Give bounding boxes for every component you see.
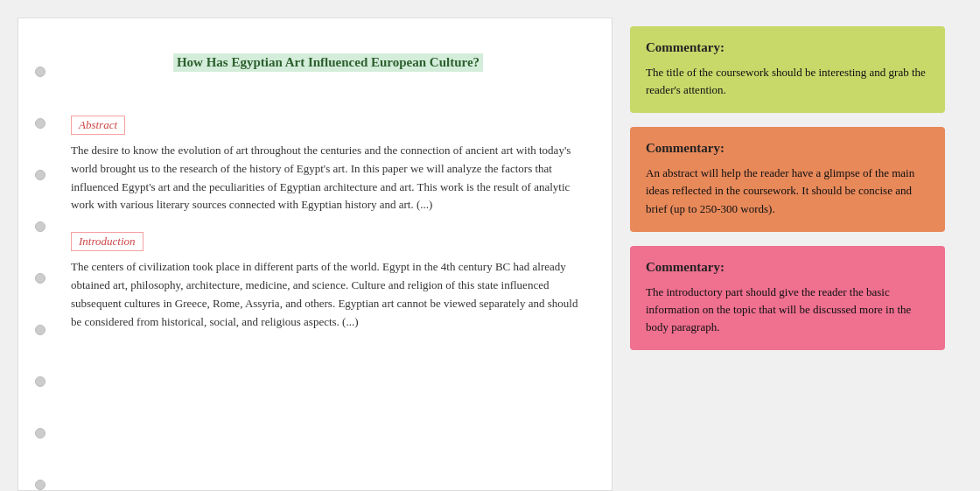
dot-8 [35, 428, 46, 438]
dot-3 [35, 170, 46, 180]
commentary-card-1: Commentary: The title of the coursework … [630, 26, 945, 113]
dot-5 [35, 273, 46, 284]
title-wrapper: How Has Egyptian Art Influenced European… [71, 36, 585, 98]
introduction-label: Introduction [71, 232, 144, 251]
commentary-panel: Commentary: The title of the coursework … [630, 18, 945, 350]
commentary-title-2: Commentary: [646, 141, 929, 156]
commentary-card-2: Commentary: An abstract will help the re… [630, 127, 945, 231]
abstract-section: Abstract The desire to know the evolutio… [71, 116, 585, 214]
commentary-text-1: The title of the coursework should be in… [646, 64, 929, 99]
dot-column [18, 18, 62, 490]
commentary-card-3: Commentary: The introductory part should… [630, 246, 945, 350]
page-layout: How Has Egyptian Art Influenced European… [18, 18, 962, 491]
introduction-text: The centers of civilization took place i… [71, 258, 585, 331]
commentary-title-1: Commentary: [646, 40, 929, 55]
dot-7 [35, 376, 46, 387]
dot-2 [35, 118, 46, 129]
dot-6 [35, 325, 46, 335]
document-panel: How Has Egyptian Art Influenced European… [18, 18, 612, 491]
commentary-title-3: Commentary: [646, 260, 929, 275]
dot-9 [35, 480, 46, 490]
commentary-text-3: The introductory part should give the re… [646, 284, 929, 336]
document-content: How Has Egyptian Art Influenced European… [62, 18, 612, 490]
document-title: How Has Egyptian Art Influenced European… [173, 53, 483, 72]
commentary-text-2: An abstract will help the reader have a … [646, 165, 929, 217]
dot-4 [35, 221, 46, 232]
introduction-section: Introduction The centers of civilization… [71, 232, 585, 331]
abstract-text: The desire to know the evolution of art … [71, 142, 585, 214]
dot-1 [35, 67, 46, 77]
abstract-label: Abstract [71, 116, 125, 135]
